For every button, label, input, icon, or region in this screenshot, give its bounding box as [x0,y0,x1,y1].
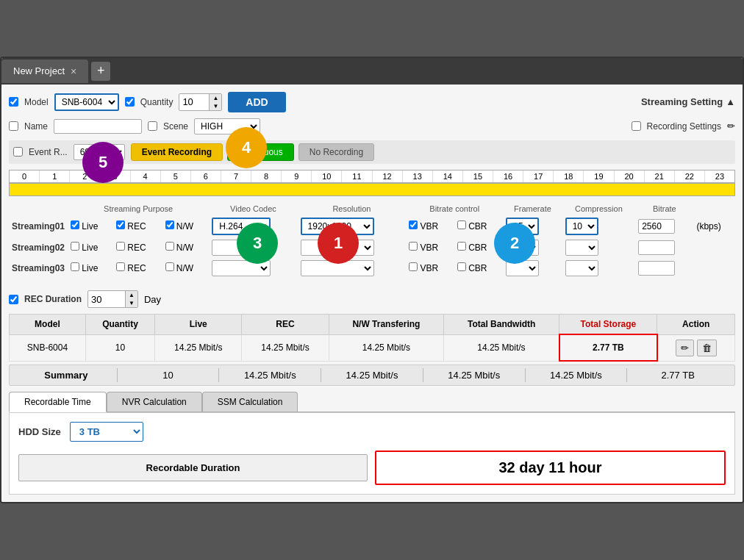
stream-02-live-check[interactable] [71,242,79,251]
th-compression: Compression [562,202,636,215]
tab-label: New Project [13,65,65,76]
main-content: Model SNB-6004 Quantity ▲ ▼ ADD Streamin… [1,85,743,502]
hour-13: 13 [403,170,433,182]
stream-01-comp-select[interactable]: 10 [565,218,598,235]
edit-button[interactable]: ✏ [676,340,694,356]
event-checkbox[interactable] [13,147,23,157]
col-live: Live [155,315,242,335]
delete-button[interactable]: 🗑 [697,340,717,356]
hour-23: 23 [705,170,734,182]
model-select[interactable]: SNB-6004 [54,93,119,111]
hour-11: 11 [342,170,372,182]
name-checkbox[interactable] [9,121,18,131]
tab-add-button[interactable]: + [91,62,110,81]
circle-3: 3 [237,223,278,264]
project-tab[interactable]: New Project × [1,60,88,83]
hour-15: 15 [463,170,493,182]
col-action: Action [657,315,735,335]
name-input[interactable] [54,119,142,134]
hour-18: 18 [554,170,584,182]
stream-01-rec-check[interactable] [116,220,125,229]
recording-settings-checkbox[interactable] [632,121,641,131]
summary-nw: 14.25 Mbit/s [423,368,526,382]
recordable-duration-button[interactable]: Recordable Duration [18,454,368,481]
stream-01-cbr-check[interactable] [457,220,466,229]
stream-03-comp-select[interactable] [565,260,598,276]
tab-recordable-time[interactable]: Recordable Time [9,392,107,412]
cell-bandwidth: 14.25 Mbit/s [444,334,559,361]
stream-02-nw: N/W [162,237,210,258]
stream-03-bitrate-input[interactable] [638,261,675,276]
stream-03-bitrate [635,258,693,279]
stream-02-bitrate [635,237,693,258]
quantity-label: Quantity [140,97,174,107]
tab-nvr-calculation[interactable]: NVR Calculation [107,392,202,412]
recordable-result: 32 day 11 hour [375,450,726,485]
stream-01-vbr-check[interactable] [409,220,418,229]
hour-12: 12 [373,170,403,182]
no-recording-button[interactable]: No Recording [298,143,374,161]
stream-02-vbr-check[interactable] [409,242,418,251]
name-label: Name [24,121,48,132]
bottom-section: HDD Size 3 TB Recordable Duration 32 day… [9,412,735,495]
rec-duration-up[interactable]: ▲ [125,291,137,299]
event-label: Event R... [29,147,68,157]
cell-rec: 14.25 Mbit/s [242,334,329,361]
rec-duration-input-group: ▲ ▼ [87,290,138,308]
timeline-bar[interactable] [9,183,735,196]
scene-checkbox[interactable] [148,121,157,131]
streaming-setting: Streaming Setting ▲ [641,96,735,107]
col-quantity: Quantity [85,315,154,335]
quantity-down[interactable]: ▼ [209,102,221,110]
tab-ssm-calculation[interactable]: SSM Calculation [202,392,298,412]
quantity-up[interactable]: ▲ [209,94,221,102]
summary-live: 14.25 Mbit/s [219,368,321,382]
stream-01-comp: 10 [562,215,636,237]
stream-02-vbr: VBR [406,237,454,258]
stream-03-label: Streaming03 [9,258,68,279]
rec-duration-checkbox[interactable] [9,295,18,304]
stream-02-nw-check[interactable] [165,242,174,251]
rec-duration-label: REC Duration [24,294,82,304]
summary-storage: 2.77 TB [627,368,729,382]
summary-label: Summary [15,368,118,382]
th-streaming-purpose [9,202,68,215]
stream-03-live: Live [68,258,113,279]
quantity-checkbox[interactable] [125,97,135,107]
th-unit [693,202,735,215]
quantity-field[interactable] [179,95,209,109]
stream-03-rec: REC [113,258,162,279]
cell-model: SNB-6004 [10,334,86,361]
hour-22: 22 [675,170,705,182]
stream-01-bitrate-input[interactable] [638,219,675,234]
stream-03-cbr-check[interactable] [457,262,466,271]
summary-row: Summary 10 14.25 Mbit/s 14.25 Mbit/s 14.… [9,365,735,386]
hdd-select[interactable]: 3 TB [70,422,143,442]
hour-6: 6 [191,170,221,182]
rec-duration-down[interactable]: ▼ [125,299,137,307]
event-recording-button[interactable]: Event Recording [131,143,223,161]
stream-03-nw-check[interactable] [165,262,174,271]
stream-02-comp-select[interactable] [565,240,598,256]
stream-02-cbr-check[interactable] [457,242,466,251]
stream-02-comp [562,237,636,258]
data-table: Model Quantity Live REC N/W Transfering … [9,314,735,362]
stream-03-vbr-check[interactable] [409,262,418,271]
stream-02-bitrate-input[interactable] [638,240,675,255]
rec-duration-input[interactable] [88,292,125,306]
pencil-icon[interactable]: ✏ [727,121,735,132]
col-model: Model [10,315,86,335]
stream-row-3: Streaming03 Live REC N/W VBR CBR [9,258,735,279]
stream-01-nw-check[interactable] [165,220,174,229]
tab-close-icon[interactable]: × [71,65,76,77]
stream-03-rec-check[interactable] [116,262,125,271]
stream-03-live-check[interactable] [71,262,79,271]
add-button[interactable]: ADD [228,92,285,112]
model-checkbox[interactable] [9,97,18,107]
stream-02-rec-check[interactable] [116,242,125,251]
streaming-setting-label: Streaming Setting [641,96,723,107]
stream-01-live-check[interactable] [71,220,79,229]
hour-0: 0 [10,170,40,182]
scene-label: Scene [163,121,188,132]
stream-03-vbr: VBR [406,258,454,279]
